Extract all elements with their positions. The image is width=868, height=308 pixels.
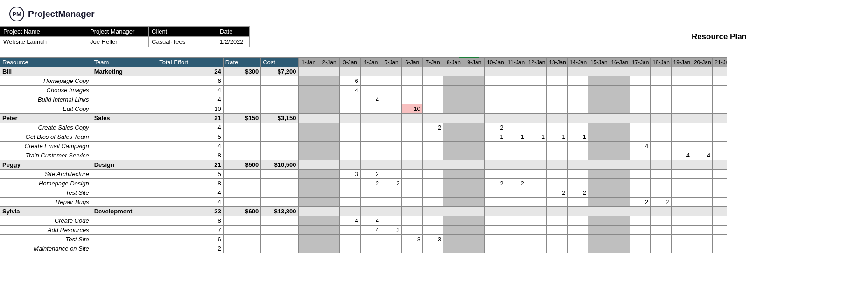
grid-cell[interactable] <box>547 123 567 132</box>
task-cell[interactable] <box>223 244 260 253</box>
grid-cell[interactable] <box>671 179 692 188</box>
task-cell[interactable] <box>92 132 157 142</box>
grid-cell[interactable] <box>567 160 588 170</box>
task-cell[interactable]: 4 <box>157 123 224 132</box>
task-cell[interactable] <box>92 95 157 104</box>
grid-cell[interactable] <box>319 151 339 160</box>
grid-cell[interactable] <box>713 188 727 198</box>
grid-cell[interactable] <box>505 76 526 86</box>
grid-cell[interactable] <box>671 170 692 179</box>
grid-cell[interactable] <box>340 95 360 104</box>
grid-cell[interactable] <box>485 142 505 151</box>
grid-cell[interactable] <box>485 198 505 207</box>
grid-cell[interactable] <box>651 188 671 198</box>
grid-cell[interactable] <box>692 216 712 226</box>
grid-cell[interactable]: 2 <box>485 123 505 132</box>
task-cell[interactable] <box>261 104 298 114</box>
grid-cell[interactable] <box>692 142 712 151</box>
grid-cell[interactable]: 10 <box>402 104 422 114</box>
task-cell[interactable] <box>92 198 157 207</box>
grid-cell[interactable] <box>422 188 443 198</box>
grid-cell[interactable] <box>381 188 402 198</box>
resource-cell[interactable]: Peter <box>0 114 92 123</box>
grid-cell[interactable] <box>464 104 484 114</box>
grid-cell[interactable] <box>505 142 526 151</box>
grid-cell[interactable] <box>402 86 422 95</box>
grid-cell[interactable] <box>298 226 319 235</box>
grid-cell[interactable] <box>567 207 588 216</box>
grid-cell[interactable] <box>547 244 567 253</box>
task-cell[interactable]: Get Bios of Sales Team <box>0 132 92 142</box>
grid-cell[interactable] <box>464 151 484 160</box>
grid-cell[interactable] <box>567 216 588 226</box>
grid-cell[interactable] <box>713 114 727 123</box>
grid-cell[interactable] <box>381 123 402 132</box>
grid-cell[interactable] <box>402 216 422 226</box>
grid-cell[interactable] <box>630 235 650 244</box>
task-cell[interactable] <box>223 151 260 160</box>
grid-cell[interactable] <box>588 235 609 244</box>
grid-cell[interactable]: 1 <box>526 132 546 142</box>
task-cell[interactable]: 8 <box>157 216 224 226</box>
grid-cell[interactable] <box>588 104 609 114</box>
grid-cell[interactable]: 4 <box>360 226 381 235</box>
grid-cell[interactable] <box>567 170 588 179</box>
grid-cell[interactable] <box>402 132 422 142</box>
grid-cell[interactable] <box>443 132 464 142</box>
grid-cell[interactable] <box>402 123 422 132</box>
task-cell[interactable]: 4 <box>157 142 224 151</box>
meta-value-client[interactable]: Casual-Tees <box>149 37 217 47</box>
task-cell[interactable]: Choose Images <box>0 86 92 95</box>
grid-cell[interactable] <box>443 226 464 235</box>
grid-cell[interactable] <box>402 95 422 104</box>
grid-cell[interactable] <box>381 86 402 95</box>
task-cell[interactable]: Homepage Copy <box>0 76 92 86</box>
grid-cell[interactable] <box>381 95 402 104</box>
grid-cell[interactable] <box>464 132 484 142</box>
grid-cell[interactable] <box>526 235 546 244</box>
resource-cell[interactable]: $150 <box>223 114 260 123</box>
grid-cell[interactable]: 4 <box>671 151 692 160</box>
resource-cell[interactable]: 23 <box>157 207 224 216</box>
grid-cell[interactable] <box>340 226 360 235</box>
grid-cell[interactable] <box>526 170 546 179</box>
grid-cell[interactable] <box>630 123 650 132</box>
grid-cell[interactable] <box>588 188 609 198</box>
grid-cell[interactable] <box>526 104 546 114</box>
resource-cell[interactable]: $3,150 <box>261 114 298 123</box>
grid-cell[interactable] <box>319 216 339 226</box>
grid-cell[interactable] <box>402 198 422 207</box>
grid-cell[interactable] <box>422 160 443 170</box>
task-cell[interactable]: 5 <box>157 132 224 142</box>
task-cell[interactable] <box>261 198 298 207</box>
grid-cell[interactable] <box>630 216 650 226</box>
grid-cell[interactable] <box>319 142 339 151</box>
grid-cell[interactable] <box>609 86 630 95</box>
grid-cell[interactable] <box>547 86 567 95</box>
grid-cell[interactable] <box>360 132 381 142</box>
grid-cell[interactable] <box>464 216 484 226</box>
task-cell[interactable] <box>92 151 157 160</box>
grid-cell[interactable] <box>713 67 727 76</box>
grid-cell[interactable] <box>567 142 588 151</box>
grid-cell[interactable] <box>651 114 671 123</box>
grid-cell[interactable] <box>381 76 402 86</box>
grid-cell[interactable] <box>443 123 464 132</box>
task-cell[interactable] <box>223 226 260 235</box>
grid-cell[interactable] <box>609 226 630 235</box>
task-cell[interactable]: Create Email Campaign <box>0 142 92 151</box>
grid-cell[interactable] <box>298 244 319 253</box>
grid-cell[interactable] <box>671 86 692 95</box>
grid-cell[interactable] <box>464 114 484 123</box>
grid-cell[interactable] <box>609 95 630 104</box>
task-cell[interactable] <box>92 123 157 132</box>
task-cell[interactable] <box>223 123 260 132</box>
resource-cell[interactable]: $13,800 <box>261 207 298 216</box>
grid-cell[interactable] <box>609 244 630 253</box>
grid-cell[interactable] <box>319 76 339 86</box>
grid-cell[interactable] <box>360 142 381 151</box>
task-cell[interactable] <box>261 179 298 188</box>
grid-cell[interactable] <box>713 216 727 226</box>
grid-cell[interactable] <box>609 235 630 244</box>
grid-cell[interactable] <box>381 198 402 207</box>
